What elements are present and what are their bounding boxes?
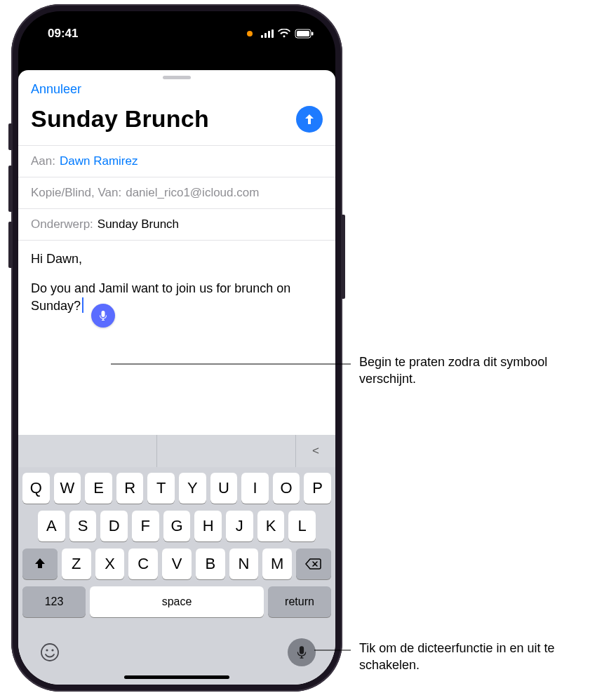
cancel-button[interactable]: Annuleer bbox=[31, 82, 81, 96]
cc-bcc-from-field[interactable]: Kopie/Blind, Van: daniel_rico1@icloud.co… bbox=[18, 177, 335, 208]
svg-point-3 bbox=[41, 644, 58, 661]
key-m[interactable]: M bbox=[262, 548, 292, 579]
key-shift[interactable] bbox=[22, 548, 58, 579]
key-v[interactable]: V bbox=[162, 548, 192, 579]
suggestion-bar: < bbox=[18, 435, 335, 467]
dictation-button[interactable] bbox=[288, 638, 316, 666]
microphone-icon bbox=[295, 645, 309, 659]
key-e[interactable]: E bbox=[85, 473, 112, 504]
status-time: 09:41 bbox=[48, 27, 78, 41]
svg-rect-2 bbox=[311, 32, 314, 36]
phone-frame: 09:41 Annuleer S bbox=[11, 4, 342, 692]
key-i[interactable]: I bbox=[241, 473, 269, 504]
key-o[interactable]: O bbox=[273, 473, 300, 504]
power-button bbox=[341, 215, 345, 299]
phone-screen: 09:41 Annuleer S bbox=[18, 11, 335, 685]
suggestion-1[interactable] bbox=[18, 435, 157, 467]
key-r[interactable]: R bbox=[116, 473, 144, 504]
suggestion-2[interactable] bbox=[157, 435, 296, 467]
wifi-icon bbox=[278, 29, 290, 39]
key-k[interactable]: K bbox=[257, 511, 285, 541]
key-q[interactable]: Q bbox=[22, 473, 50, 504]
svg-point-5 bbox=[51, 649, 53, 651]
body-greeting: Hi Dawn, bbox=[31, 250, 323, 267]
key-g[interactable]: G bbox=[163, 511, 191, 541]
cellular-icon bbox=[261, 29, 274, 38]
mute-switch bbox=[8, 123, 13, 150]
body-paragraph: Do you and Jamil want to join us for bru… bbox=[31, 281, 290, 312]
callout-dictation-button: Tik om de dicteerfunctie in en uit te sc… bbox=[359, 640, 584, 674]
suggestion-collapse[interactable]: < bbox=[296, 435, 335, 467]
keyboard-row-3: Z X C V B N M bbox=[22, 548, 331, 579]
key-c[interactable]: C bbox=[128, 548, 158, 579]
key-a[interactable]: A bbox=[38, 511, 65, 541]
text-cursor bbox=[82, 297, 83, 313]
subject-value: Sunday Brunch bbox=[98, 217, 179, 231]
to-label: Aan: bbox=[31, 154, 55, 168]
key-delete[interactable] bbox=[296, 548, 331, 579]
keyboard-row-4: 123 space return bbox=[22, 586, 331, 617]
key-b[interactable]: B bbox=[196, 548, 225, 579]
key-p[interactable]: P bbox=[304, 473, 331, 504]
shift-icon bbox=[33, 557, 47, 571]
key-space[interactable]: space bbox=[90, 586, 264, 617]
callout-dictation-indicator: Begin te praten zodra dit symbool versch… bbox=[359, 354, 584, 388]
keyboard: Q W E R T Y U I O P A bbox=[18, 467, 335, 628]
delete-icon bbox=[305, 558, 322, 570]
subject-field[interactable]: Onderwerp: Sunday Brunch bbox=[18, 208, 335, 240]
key-x[interactable]: X bbox=[95, 548, 125, 579]
arrow-up-icon bbox=[302, 112, 316, 126]
sheet-grabber[interactable] bbox=[163, 76, 191, 79]
key-y[interactable]: Y bbox=[179, 473, 206, 504]
key-f[interactable]: F bbox=[132, 511, 159, 541]
from-address: daniel_rico1@icloud.com bbox=[126, 186, 259, 200]
battery-icon bbox=[295, 29, 314, 39]
keyboard-row-1: Q W E R T Y U I O P bbox=[22, 473, 331, 504]
key-h[interactable]: H bbox=[194, 511, 222, 541]
key-t[interactable]: T bbox=[147, 473, 175, 504]
svg-rect-1 bbox=[297, 31, 309, 36]
key-u[interactable]: U bbox=[210, 473, 238, 504]
home-indicator[interactable] bbox=[124, 675, 229, 679]
cc-label: Kopie/Blind, Van: bbox=[31, 186, 121, 200]
emoji-button[interactable] bbox=[38, 640, 62, 664]
mic-indicator-dot bbox=[247, 31, 253, 36]
to-field[interactable]: Aan: Dawn Ramirez bbox=[18, 145, 335, 177]
dynamic-island bbox=[128, 21, 226, 46]
email-body[interactable]: Hi Dawn, Do you and Jamil want to join u… bbox=[18, 240, 335, 366]
key-return[interactable]: return bbox=[268, 586, 331, 617]
volume-up-button bbox=[8, 166, 13, 212]
subject-label: Onderwerp: bbox=[31, 217, 93, 231]
microphone-icon bbox=[98, 310, 109, 321]
app-area: Annuleer Sunday Brunch Aan: Dawn Ramirez… bbox=[18, 53, 335, 685]
send-button[interactable] bbox=[296, 106, 323, 133]
key-numbers[interactable]: 123 bbox=[22, 586, 86, 617]
key-s[interactable]: S bbox=[69, 511, 97, 541]
key-w[interactable]: W bbox=[54, 473, 81, 504]
key-l[interactable]: L bbox=[288, 511, 316, 541]
dictation-indicator[interactable] bbox=[91, 304, 115, 328]
key-d[interactable]: D bbox=[100, 511, 128, 541]
keyboard-row-2: A S D F G H J K L bbox=[22, 511, 331, 541]
key-n[interactable]: N bbox=[229, 548, 259, 579]
compose-title: Sunday Brunch bbox=[31, 105, 209, 133]
key-j[interactable]: J bbox=[226, 511, 253, 541]
to-recipient[interactable]: Dawn Ramirez bbox=[60, 154, 138, 168]
volume-down-button bbox=[8, 222, 13, 268]
emoji-icon bbox=[39, 642, 60, 663]
compose-sheet: Annuleer Sunday Brunch Aan: Dawn Ramirez… bbox=[18, 70, 335, 685]
status-right bbox=[247, 29, 314, 39]
keyboard-area: < Q W E R T Y U I O P bbox=[18, 435, 335, 685]
svg-point-4 bbox=[46, 649, 48, 651]
key-z[interactable]: Z bbox=[62, 548, 91, 579]
